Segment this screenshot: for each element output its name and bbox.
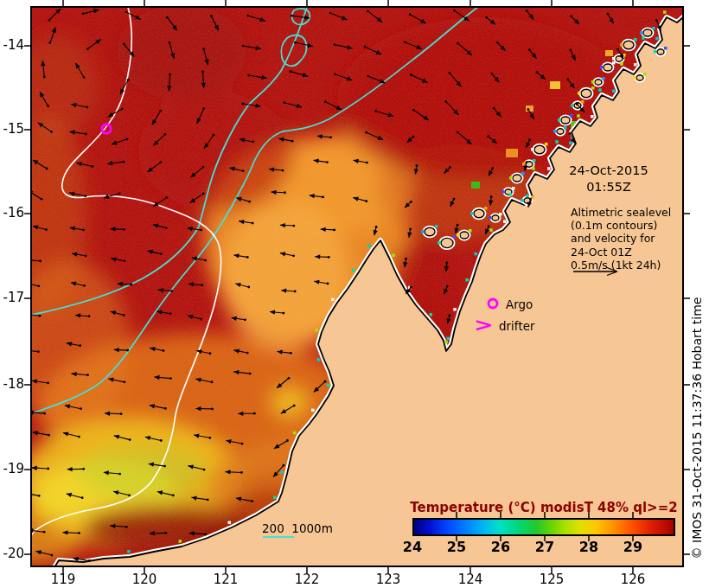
drifter-legend-label: drifter (499, 319, 535, 333)
timestamp-annotation: 24-Oct-2015 01:55Z (553, 163, 665, 195)
x-tick-label: 121 (214, 572, 239, 587)
x-tick-label: 125 (540, 572, 565, 587)
timestamp-date: 24-Oct-2015 (553, 163, 665, 179)
y-tick-label: -18 (0, 376, 24, 392)
argo-legend-label: Argo (506, 297, 533, 311)
y-tick-label: -15 (0, 121, 24, 137)
copyright-text: © IMOS 31-Oct-2015 11:37:36 Hobart time (690, 203, 704, 588)
bathy-legend-label: 200 1000m (262, 521, 333, 535)
colorbar-tick-label: 24 (403, 539, 422, 555)
annotation-line: 0.5m/s (1kt 24h) (571, 259, 671, 272)
annotation-line: 24-Oct 01Z (571, 246, 671, 259)
annotation-line: (0.1m contours) (571, 219, 671, 232)
x-tick-label: 124 (458, 572, 483, 587)
x-tick-label: 119 (51, 572, 76, 587)
annotation-line: Altimetric sealevel (571, 206, 671, 219)
colorbar-tick-label: 29 (623, 539, 642, 555)
sst-map-figure: 119 120 121 122 123 124 125 126 -14 -15 … (0, 0, 709, 588)
y-tick-label: -19 (0, 461, 24, 476)
x-tick-label: 123 (376, 572, 401, 587)
y-tick-label: -14 (0, 37, 24, 53)
drifter-legend-icon: > (474, 313, 494, 336)
x-tick-label: 126 (621, 572, 646, 587)
colorbar-tick-label: 28 (579, 539, 598, 555)
timestamp-time: 01:55Z (553, 179, 665, 195)
colorbar-title: Temperature (°C) modisT 48% ql>=2 (395, 500, 693, 515)
altimetry-annotation: Altimetric sealevel (0.1m contours) and … (571, 206, 671, 272)
x-tick-label: 122 (295, 572, 320, 587)
colorbar-gradient (412, 518, 675, 536)
colorbar-tick-label: 27 (535, 539, 554, 555)
y-tick-label: -17 (0, 290, 24, 305)
colorbar-tick-label: 26 (491, 539, 510, 555)
y-tick-label: -20 (0, 546, 24, 561)
y-tick-label: -16 (0, 205, 24, 220)
x-tick-label: 120 (132, 572, 157, 587)
colorbar-tick-label: 25 (447, 539, 466, 555)
annotation-line: and velocity for (571, 232, 671, 245)
